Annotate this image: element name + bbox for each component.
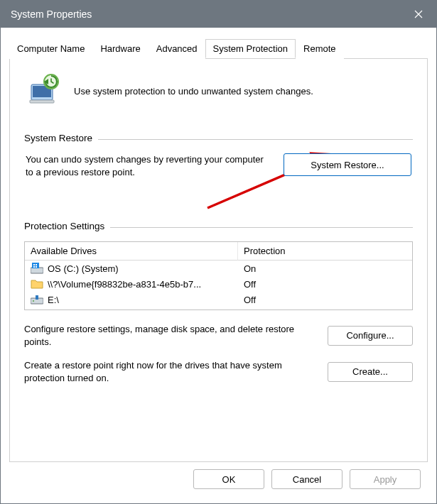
drive-name: \\?\Volume{f98832be-a831-4e5b-b7... xyxy=(48,279,201,290)
drive-name: OS (C:) (System) xyxy=(48,263,119,274)
create-row: Create a restore point right now for the… xyxy=(24,359,413,384)
drives-table: Available Drives Protection OS (C:) (Sys… xyxy=(24,241,413,310)
restore-point-icon xyxy=(27,72,61,106)
tab-system-protection[interactable]: System Protection xyxy=(205,39,296,58)
table-row[interactable]: OS (C:) (System) On xyxy=(25,261,412,276)
cancel-button[interactable]: Cancel xyxy=(271,469,342,489)
tab-computer-name[interactable]: Computer Name xyxy=(9,40,92,59)
configure-row: Configure restore settings, manage disk … xyxy=(24,323,413,348)
drive-protection: Off xyxy=(244,279,256,290)
close-button[interactable] xyxy=(401,1,436,28)
dialog-footer: OK Cancel Apply xyxy=(8,462,429,498)
svg-rect-15 xyxy=(36,295,38,300)
svg-rect-7 xyxy=(31,268,43,273)
ok-button[interactable]: OK xyxy=(193,469,264,489)
disk-os-icon xyxy=(31,263,43,274)
drive-name: E:\ xyxy=(48,295,59,305)
svg-point-14 xyxy=(33,300,34,302)
tab-hardware[interactable]: Hardware xyxy=(92,40,148,59)
system-restore-group: System Restore You can undo system chang… xyxy=(24,133,413,182)
tab-strip: Computer Name Hardware Advanced System P… xyxy=(9,39,428,59)
intro-text: Use system protection to undo unwanted s… xyxy=(74,82,413,97)
intro-row: Use system protection to undo unwanted s… xyxy=(24,72,413,106)
titlebar[interactable]: System Properties xyxy=(1,1,436,28)
system-restore-legend: System Restore xyxy=(24,133,98,143)
configure-button[interactable]: Configure... xyxy=(328,326,413,346)
svg-rect-9 xyxy=(33,264,35,265)
create-text: Create a restore point right now for the… xyxy=(24,359,315,384)
col-available-drives[interactable]: Available Drives xyxy=(25,242,238,261)
dialog-body: Computer Name Hardware Advanced System P… xyxy=(1,28,436,503)
svg-rect-12 xyxy=(36,266,37,268)
apply-button[interactable]: Apply xyxy=(350,469,421,489)
tab-advanced[interactable]: Advanced xyxy=(149,40,205,59)
system-restore-text: You can undo system changes by reverting… xyxy=(26,153,269,178)
close-icon xyxy=(414,10,423,18)
drive-protection: On xyxy=(244,263,256,274)
system-restore-button[interactable]: System Restore... xyxy=(284,153,411,176)
protection-settings-group: Protection Settings Available Drives Pro… xyxy=(24,221,413,384)
tab-panel-system-protection: Use system protection to undo unwanted s… xyxy=(9,59,428,462)
svg-rect-10 xyxy=(36,264,37,265)
table-row[interactable]: E:\ Off xyxy=(25,292,412,309)
tab-remote[interactable]: Remote xyxy=(296,40,344,59)
table-row[interactable]: \\?\Volume{f98832be-a831-4e5b-b7... Off xyxy=(25,276,412,292)
svg-rect-11 xyxy=(33,266,35,268)
svg-rect-4 xyxy=(30,100,54,103)
disk-ext-icon xyxy=(31,294,43,305)
configure-text: Configure restore settings, manage disk … xyxy=(24,323,315,348)
col-protection[interactable]: Protection xyxy=(238,242,412,261)
protection-settings-legend: Protection Settings xyxy=(24,221,110,231)
drive-protection: Off xyxy=(244,295,256,305)
folder-icon xyxy=(31,278,43,290)
drives-header: Available Drives Protection xyxy=(25,242,412,261)
window-title: System Properties xyxy=(11,9,401,20)
create-button[interactable]: Create... xyxy=(328,362,413,382)
system-properties-window: System Properties Computer Name Hardware… xyxy=(0,0,437,504)
